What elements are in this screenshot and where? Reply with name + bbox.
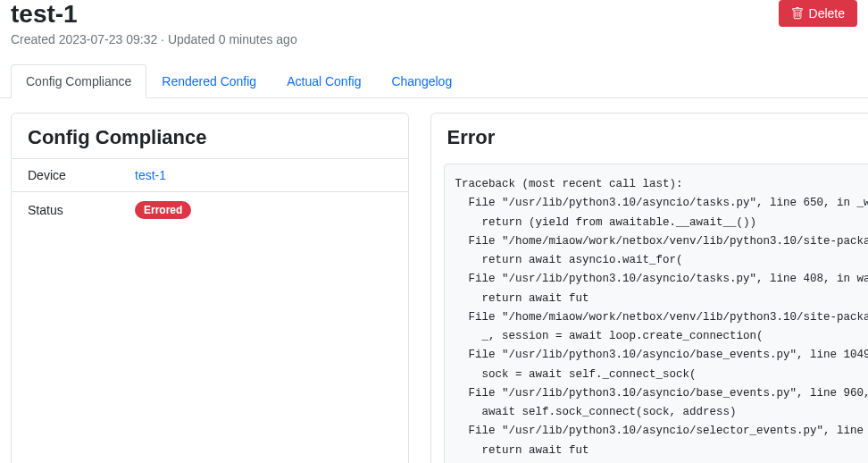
trash-icon — [791, 7, 804, 20]
device-value-cell: test-1 — [119, 159, 408, 192]
tab-actual-config[interactable]: Actual Config — [271, 64, 376, 98]
error-card: Error Traceback (most recent call last):… — [430, 113, 868, 463]
header-left: test-1 Created 2023-07-23 09:32 · Update… — [11, 0, 779, 46]
status-badge: Errored — [135, 201, 191, 219]
compliance-card: Config Compliance Device test-1 Status E… — [11, 113, 409, 463]
delete-button[interactable]: Delete — [779, 0, 857, 27]
compliance-info-table: Device test-1 Status Errored — [12, 158, 408, 228]
table-row: Device test-1 — [12, 159, 408, 192]
delete-button-label: Delete — [809, 6, 845, 21]
device-link[interactable]: test-1 — [135, 168, 166, 182]
content: Config Compliance Device test-1 Status E… — [0, 98, 868, 463]
page-title: test-1 — [11, 0, 779, 29]
page-header: test-1 Created 2023-07-23 09:32 · Update… — [0, 0, 868, 54]
table-row: Status Errored — [12, 192, 408, 229]
tab-rendered-config[interactable]: Rendered Config — [146, 64, 271, 98]
status-label: Status — [12, 192, 119, 229]
tab-changelog[interactable]: Changelog — [376, 64, 467, 98]
page-meta: Created 2023-07-23 09:32 · Updated 0 min… — [11, 32, 779, 46]
compliance-card-title: Config Compliance — [12, 114, 408, 158]
status-value-cell: Errored — [119, 192, 408, 229]
device-label: Device — [12, 159, 119, 192]
tabs: Config Compliance Rendered Config Actual… — [0, 64, 868, 98]
error-card-title: Error — [431, 114, 868, 158]
tab-config-compliance[interactable]: Config Compliance — [11, 64, 146, 98]
error-traceback: Traceback (most recent call last): File … — [444, 164, 868, 463]
